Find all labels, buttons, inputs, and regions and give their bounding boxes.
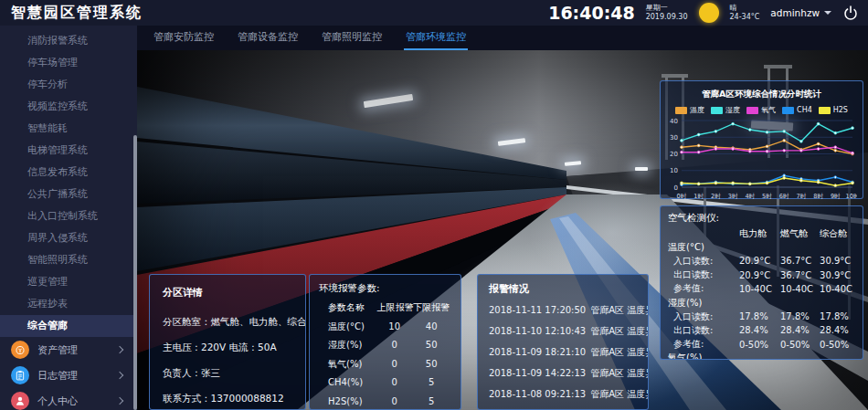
air-table: 电力舱燃气舱综合舱温度(°C)入口读数:20.9°C36.7°C30.9°C出口… xyxy=(668,226,855,360)
air-value: 10-40C xyxy=(780,282,820,296)
sidebar-group-2[interactable]: 日志管理 xyxy=(0,363,137,388)
sidebar-item[interactable]: 电梯管理系统 xyxy=(0,140,137,162)
params-value: 5 xyxy=(411,373,451,393)
assets-icon xyxy=(11,341,29,359)
sidebar-item[interactable]: 巡更管理 xyxy=(0,271,137,293)
legend-swatch xyxy=(782,107,794,114)
temp-range-label: 24-34°C xyxy=(730,13,760,22)
legend-swatch xyxy=(819,107,831,114)
svg-text:10时: 10时 xyxy=(846,193,857,200)
tab-1[interactable]: 管廊安防监控 xyxy=(152,26,216,50)
legend-swatch xyxy=(746,107,758,114)
sidebar-item[interactable]: 出入口控制系统 xyxy=(0,205,137,227)
air-detector-panel: 空气检测仪: 电力舱燃气舱综合舱温度(°C)入口读数:20.9°C36.7°C3… xyxy=(660,205,863,360)
air-value: 17.8% xyxy=(780,310,820,323)
air-row-label: 参考值: xyxy=(668,282,739,296)
tab-4[interactable]: 管廊环境监控 xyxy=(404,26,468,50)
air-panel-title: 空气检测仪: xyxy=(668,212,855,225)
svg-text:8时: 8时 xyxy=(813,193,823,200)
alarm-item: 2018-11-10 12:10:43管廊A区 温度异常 xyxy=(489,321,637,342)
sidebar-group-3[interactable]: 个人中心 xyxy=(0,388,137,410)
sidebar-item[interactable]: 智慧能耗 xyxy=(0,118,137,140)
tab-3[interactable]: 管廊照明监控 xyxy=(320,26,384,50)
alarm-text: 管廊A区 温度异常 xyxy=(590,389,649,399)
sidebar-item[interactable]: 消防报警系统 xyxy=(0,30,137,52)
air-value: 17.8% xyxy=(820,310,855,323)
chevron-down-icon xyxy=(824,11,831,18)
weather-label: 晴 xyxy=(730,4,760,13)
sidebar-item-label: 智能照明系统 xyxy=(27,254,88,266)
date-label: 2019.09.30 xyxy=(646,13,688,22)
weather-block: 晴 24-34°C xyxy=(730,4,760,23)
params-name: 氧气(%) xyxy=(319,355,377,374)
sidebar-item-label: 视频监控系统 xyxy=(27,100,88,112)
user-menu[interactable]: adminhzw xyxy=(770,7,831,18)
zone-row: 分区舱室：燃气舱、电力舱、综合舱 xyxy=(163,309,292,334)
chart-title: 管廊A区环境综合情况分时统计 xyxy=(666,89,857,100)
air-section-name: 氧气(%) xyxy=(668,352,855,360)
svg-text:0: 0 xyxy=(674,184,678,192)
legend-label: CH4 xyxy=(797,106,812,114)
svg-text:5时: 5时 xyxy=(762,193,772,200)
alarm-time: 2018-11-10 12:10:43 xyxy=(489,326,586,336)
legend-item: H2S xyxy=(819,106,848,114)
sidebar-item-label: 停车分析 xyxy=(27,79,68,90)
zone-row: 负责人：张三 xyxy=(163,360,292,385)
sidebar-group-label: 资产管理 xyxy=(37,343,117,357)
sidebar-item[interactable]: 信息发布系统 xyxy=(0,162,137,184)
sidebar-item-label: 巡更管理 xyxy=(27,276,68,288)
sidebar-group-1[interactable]: 资产管理 xyxy=(0,337,137,363)
air-section-name: 湿度(%) xyxy=(668,296,855,310)
air-corner xyxy=(668,226,739,240)
sidebar-item[interactable]: 远程抄表 xyxy=(0,293,137,315)
sidebar-item-label: 信息发布系统 xyxy=(27,166,88,178)
sidebar-item-label: 电梯管理系统 xyxy=(27,144,88,156)
chevron-right-icon xyxy=(116,346,123,353)
sidebar-item-label: 停车场管理 xyxy=(27,57,78,68)
air-value: 30.9°C xyxy=(820,254,855,268)
legend-label: 温度 xyxy=(690,105,704,115)
power-button[interactable] xyxy=(842,5,859,21)
legend-item: 氧气 xyxy=(746,105,776,115)
sidebar-item[interactable]: 视频监控系统 xyxy=(0,96,137,118)
zone-row: 主电压：220V 电流：50A xyxy=(163,334,292,360)
air-value: 36.7°C xyxy=(780,268,820,282)
legend-item: CH4 xyxy=(782,106,812,114)
legend-swatch xyxy=(711,107,723,114)
chevron-right-icon xyxy=(116,372,123,379)
sun-icon xyxy=(699,3,719,23)
air-row-label: 出口读数: xyxy=(668,268,739,282)
params-value: 0 xyxy=(377,393,412,410)
sidebar-item[interactable]: 公共广播系统 xyxy=(0,184,137,205)
params-value: 0 xyxy=(377,336,412,355)
zone-panel-title: 分区详情 xyxy=(163,286,292,300)
tab-2[interactable]: 管廊设备监控 xyxy=(236,26,300,50)
air-value: 17.8% xyxy=(739,310,780,323)
sidebar-item[interactable]: 智能照明系统 xyxy=(0,249,137,271)
alarm-text: 管廊A区 温度异常 xyxy=(590,368,649,378)
weekday-label: 星期一 xyxy=(646,4,688,13)
alarm-item: 2018-11-08 09:21:13管廊A区 温度异常 xyxy=(489,384,637,405)
sidebar-scrollbar[interactable] xyxy=(133,135,137,410)
sidebar-item[interactable]: 周界入侵系统 xyxy=(0,227,137,249)
air-value: 0-50% xyxy=(780,338,820,352)
air-value: 10-40C xyxy=(820,282,855,296)
params-value: 0 xyxy=(377,355,412,374)
params-value: 50 xyxy=(411,355,451,374)
app-title: 智慧园区管理系统 xyxy=(11,4,143,23)
sidebar-item[interactable]: 停车场管理 xyxy=(0,52,137,74)
alarm-text: 管廊A区 温度异常 xyxy=(590,347,649,357)
air-value: 28.4% xyxy=(739,323,780,337)
sidebar: 消防报警系统停车场管理停车分析视频监控系统智慧能耗电梯管理系统信息发布系统公共广… xyxy=(0,26,137,410)
air-row-label: 入口读数: xyxy=(668,254,739,268)
air-value: 36.7°C xyxy=(780,254,820,268)
svg-text:0时: 0时 xyxy=(677,193,687,200)
params-value: 0 xyxy=(377,373,412,393)
tab-bar: 管廊安防监控管廊设备监控管廊照明监控管廊环境监控 xyxy=(137,26,868,50)
sidebar-item-label: 远程抄表 xyxy=(27,298,68,310)
sidebar-item[interactable]: 停车分析 xyxy=(0,74,137,96)
svg-text:10: 10 xyxy=(670,167,678,174)
env-line-chart: 0102030400时1时2时3时4时5时6时7时8时9时10时 xyxy=(666,116,857,204)
sidebar-item[interactable]: 综合管廊 xyxy=(0,315,137,337)
sidebar-item-label: 出入口控制系统 xyxy=(27,210,98,222)
